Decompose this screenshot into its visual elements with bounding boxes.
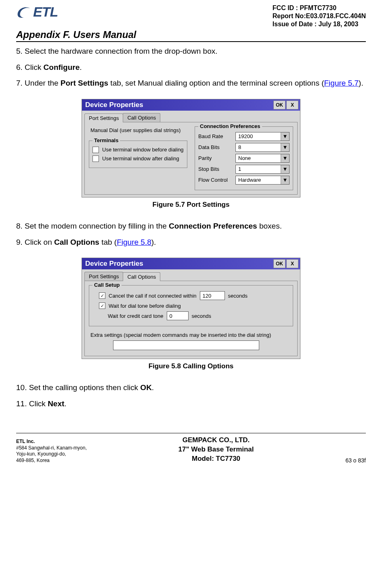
seconds-label: seconds: [228, 293, 248, 299]
step-5: 5. Select the hardware connection from t…: [16, 46, 366, 57]
checkbox-term-after[interactable]: [92, 155, 99, 162]
step-9: 9. Click on Call Options tab (Figure 5.8…: [16, 237, 366, 248]
checkbox-term-before[interactable]: [92, 147, 99, 153]
chevron-down-icon: ▼: [281, 165, 289, 173]
parity-label: Parity: [198, 155, 233, 161]
footer-company: ETL Inc.: [16, 439, 35, 444]
page-number: 63 o 83f: [345, 457, 366, 464]
call-setup-legend: Call Setup: [92, 282, 122, 288]
dialog-title: Device Properties: [85, 260, 143, 268]
dialog-title: Device Properties: [85, 101, 143, 109]
footer-center1: GEMPACK CO., LTD.: [178, 436, 254, 445]
divider: [16, 41, 366, 42]
logo: ETL: [16, 4, 58, 20]
baud-combo[interactable]: 19200 ▼: [235, 132, 290, 141]
stopbits-label: Stop Bits: [198, 166, 233, 172]
step-10: 10. Set the calling options then click O…: [16, 382, 366, 393]
close-button[interactable]: X: [286, 101, 298, 109]
page-footer: ETL Inc. #584 Sangwhal-ri, Kanam-myon, Y…: [16, 433, 366, 464]
logo-text: ETL: [33, 4, 58, 20]
extra-settings-input[interactable]: [113, 340, 259, 350]
fig57-link[interactable]: Figure 5.7: [324, 79, 359, 87]
flow-combo[interactable]: Hardware ▼: [235, 176, 290, 185]
cancel-seconds-input[interactable]: 120: [200, 291, 225, 300]
ok-button[interactable]: OK: [273, 101, 285, 109]
term-after-label: Use terminal window after dialing: [102, 155, 179, 162]
tab-call-options[interactable]: Call Options: [123, 272, 160, 281]
manual-dial-label: Manual Dial (user supplies dial strings): [90, 127, 186, 133]
tab-port-settings[interactable]: Port Settings: [84, 272, 123, 281]
tab-port-settings[interactable]: Port Settings: [84, 113, 123, 122]
footer-addr3: 469-885, Korea: [16, 458, 87, 464]
logo-icon: [16, 4, 31, 20]
step-11: 11. Click Next.: [16, 399, 366, 409]
footer-addr1: #584 Sangwhal-ri, Kanam-myon,: [16, 445, 87, 452]
databits-label: Data Bits: [198, 144, 233, 150]
term-before-label: Use terminal window before dialing: [102, 147, 184, 153]
call-setup-group: Call Setup ✓ Cancel the call if not conn…: [89, 285, 293, 326]
fcc-info: FCC ID : PFMTC7730 Report No:E03.0718.FC…: [273, 4, 366, 28]
conn-pref-legend: Connection Preferences: [198, 123, 262, 129]
fig58-link[interactable]: Figure 5.8: [117, 238, 151, 246]
fcc-id: FCC ID : PFMTC7730: [273, 4, 366, 12]
device-properties-dialog-1: Device Properties OK X Port Settings Cal…: [82, 99, 300, 197]
connection-preferences-group: Connection Preferences Baud Rate 19200 ▼…: [195, 126, 293, 190]
checkbox-wait-dial[interactable]: ✓: [99, 302, 105, 309]
chevron-down-icon: ▼: [281, 154, 289, 162]
chevron-down-icon: ▼: [281, 176, 289, 184]
footer-center3: Model: TC7730: [178, 454, 254, 464]
terminals-legend: Terminals: [92, 137, 120, 143]
tab-call-options[interactable]: Call Options: [123, 113, 160, 122]
close-button[interactable]: X: [286, 259, 298, 268]
wait-credit-label: Wait for credit card tone: [108, 313, 164, 319]
issue-date: Issue of Date : July 18, 2003: [273, 20, 366, 28]
report-no: Report No:E03.0718.FCC.404N: [273, 12, 366, 20]
baud-label: Baud Rate: [198, 133, 233, 139]
parity-combo[interactable]: None ▼: [235, 154, 290, 163]
checkbox-cancel-call[interactable]: ✓: [99, 292, 105, 299]
cancel-call-label: Cancel the call if not connected within: [109, 293, 197, 299]
appendix-title: Appendix F. Users Manual: [16, 29, 366, 40]
seconds-label-2: seconds: [192, 313, 211, 319]
databits-combo[interactable]: 8 ▼: [235, 143, 290, 152]
footer-center2: 17" Web Base Terminal: [178, 445, 254, 454]
ok-button[interactable]: OK: [273, 259, 285, 268]
device-properties-dialog-2: Device Properties OK X Port Settings Cal…: [82, 258, 300, 359]
extra-settings-label: Extra settings (special modem commands m…: [90, 332, 292, 338]
step-7: 7. Under the Port Settings tab, set Manu…: [16, 78, 366, 88]
footer-addr2: Yoju-kun, Kyounggi-do,: [16, 451, 87, 458]
wait-dial-label: Wait for dial tone before dialing: [109, 303, 181, 309]
flow-label: Flow Control: [198, 177, 233, 183]
figure-5-7-caption: Figure 5.7 Port Settings: [16, 201, 366, 209]
chevron-down-icon: ▼: [281, 143, 289, 151]
stopbits-combo[interactable]: 1 ▼: [235, 165, 290, 174]
step-8: 8. Set the modem connection by filling i…: [16, 221, 366, 231]
figure-5-8-caption: Figure 5.8 Calling Options: [16, 362, 366, 370]
chevron-down-icon: ▼: [281, 132, 289, 141]
credit-seconds-input[interactable]: 0: [167, 311, 189, 320]
step-6: 6. Click Configure.: [16, 62, 366, 73]
terminals-group: Terminals Use terminal window before dia…: [89, 141, 187, 168]
